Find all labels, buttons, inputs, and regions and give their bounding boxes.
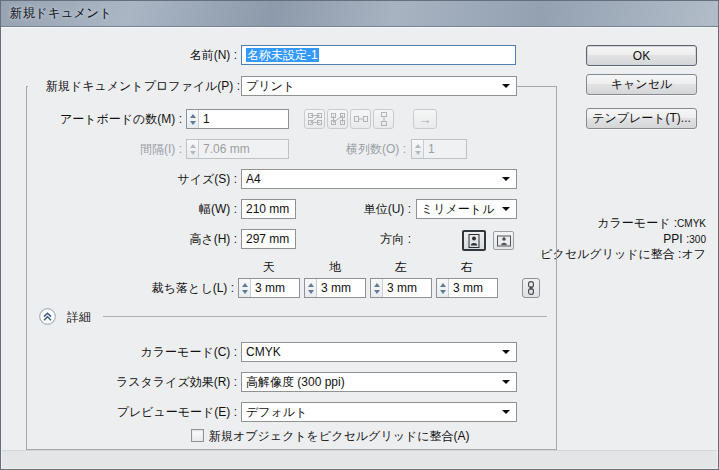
size-dropdown[interactable]: A4 bbox=[241, 169, 517, 189]
arrange-by-row-button[interactable] bbox=[350, 109, 371, 129]
spacing-input: 7.06 mm bbox=[186, 139, 289, 159]
bleed-top-header: 天 bbox=[238, 259, 300, 275]
layout-direction-button[interactable]: → bbox=[413, 109, 437, 129]
preview-mode-value: デフォルト bbox=[242, 404, 307, 421]
height-label: 高さ(H) : bbox=[121, 229, 237, 249]
ok-button[interactable]: OK bbox=[586, 45, 697, 66]
advanced-collapse-button[interactable] bbox=[39, 308, 56, 325]
chevron-down-icon bbox=[502, 350, 510, 354]
bleed-right-input[interactable]: 3 mm bbox=[436, 278, 498, 298]
spinner-down-icon bbox=[190, 151, 196, 155]
bleed-left-header: 左 bbox=[370, 259, 432, 275]
grid-by-column-icon bbox=[331, 113, 345, 125]
spinner-up-icon[interactable] bbox=[374, 283, 380, 287]
spinner[interactable] bbox=[187, 110, 199, 128]
bleed-top-input[interactable]: 3 mm bbox=[238, 278, 300, 298]
spinner-up-icon[interactable] bbox=[190, 114, 196, 118]
chevron-down-icon bbox=[502, 207, 510, 211]
summary-ppi-value: 300 bbox=[689, 234, 706, 245]
template-button[interactable]: テンプレート(T)... bbox=[586, 108, 697, 129]
grid-by-column-button[interactable] bbox=[327, 109, 348, 129]
grid-by-row-button[interactable] bbox=[304, 109, 325, 129]
height-input[interactable]: 297 mm bbox=[241, 229, 296, 249]
spinner-down-icon[interactable] bbox=[374, 290, 380, 294]
spinner-up-icon[interactable] bbox=[308, 283, 314, 287]
bleed-left-value: 3 mm bbox=[383, 281, 417, 295]
summary-pixel-grid: ピクセルグリッドに整合 :オフ bbox=[540, 247, 706, 261]
arrange-by-row-icon bbox=[354, 113, 368, 125]
width-value: 210 mm bbox=[242, 202, 289, 216]
right-arrow-icon: → bbox=[419, 112, 432, 127]
bleed-bottom-value: 3 mm bbox=[317, 281, 351, 295]
spinner-up-icon[interactable] bbox=[440, 283, 446, 287]
preview-mode-label: プレビューモード(E) : bbox=[61, 402, 237, 422]
color-mode-label: カラーモード(C) : bbox=[81, 342, 237, 362]
align-pixel-grid-checkbox[interactable] bbox=[191, 429, 204, 442]
unit-label: 単位(U) : bbox=[341, 199, 411, 219]
advanced-section-label: 詳細 bbox=[67, 307, 107, 327]
profile-label: 新規ドキュメントプロファイル(P) : bbox=[28, 76, 243, 96]
columns-input: 1 bbox=[411, 139, 467, 159]
bleed-bottom-input[interactable]: 3 mm bbox=[304, 278, 366, 298]
chevron-down-icon bbox=[502, 410, 510, 414]
raster-effects-label: ラスタライズ効果(R) : bbox=[61, 372, 237, 392]
height-value: 297 mm bbox=[242, 232, 289, 246]
spinner[interactable] bbox=[437, 279, 449, 297]
spinner[interactable] bbox=[371, 279, 383, 297]
link-chain-icon bbox=[527, 281, 535, 295]
grid-by-row-icon bbox=[308, 113, 322, 125]
summary-pixel-grid-value: オフ bbox=[681, 247, 706, 261]
spinner-down-icon bbox=[415, 151, 421, 155]
spinner[interactable] bbox=[305, 279, 317, 297]
spinner-down-icon[interactable] bbox=[242, 290, 248, 294]
chevron-down-icon bbox=[502, 84, 510, 88]
spinner-down-icon[interactable] bbox=[308, 290, 314, 294]
portrait-orientation-icon bbox=[468, 234, 480, 248]
summary-color-mode: カラーモード :CMYK bbox=[597, 216, 706, 230]
raster-effects-dropdown[interactable]: 高解像度 (300 ppi) bbox=[241, 372, 517, 392]
chevron-down-icon bbox=[502, 380, 510, 384]
name-input[interactable]: 名称未設定-1 bbox=[241, 45, 516, 65]
spinner-down-icon[interactable] bbox=[190, 121, 196, 125]
artboard-count-input[interactable]: 1 bbox=[186, 109, 289, 129]
spinner[interactable] bbox=[239, 279, 251, 297]
orientation-landscape-button[interactable] bbox=[493, 231, 514, 250]
summary-pixel-grid-label: ピクセルグリッドに整合 : bbox=[540, 247, 681, 261]
spinner-up-icon bbox=[190, 144, 196, 148]
chevron-down-icon bbox=[502, 177, 510, 181]
width-input[interactable]: 210 mm bbox=[241, 199, 296, 219]
profile-dropdown[interactable]: プリント bbox=[241, 76, 517, 96]
orientation-portrait-button[interactable] bbox=[462, 230, 486, 251]
name-input-selected-text: 名称未設定-1 bbox=[246, 48, 319, 62]
bleed-link-button[interactable] bbox=[522, 278, 540, 298]
spinner-up-icon[interactable] bbox=[242, 283, 248, 287]
landscape-orientation-icon bbox=[497, 235, 511, 247]
spacing-label: 間隔(I) : bbox=[81, 139, 182, 159]
preview-mode-dropdown[interactable]: デフォルト bbox=[241, 402, 517, 422]
new-document-dialog: 新規ドキュメント 名前(N) : 名称未設定-1 新規ドキュメントプロファイル(… bbox=[0, 0, 719, 470]
size-label: サイズ(S) : bbox=[81, 169, 237, 189]
bleed-top-value: 3 mm bbox=[251, 281, 285, 295]
advanced-separator bbox=[103, 316, 547, 317]
cancel-button[interactable]: キャンセル bbox=[586, 74, 697, 95]
spinner-down-icon[interactable] bbox=[440, 290, 446, 294]
unit-dropdown[interactable]: ミリメートル bbox=[416, 199, 517, 219]
spacing-value: 7.06 mm bbox=[199, 142, 250, 156]
spinner-up-icon bbox=[415, 144, 421, 148]
arrange-by-column-button[interactable] bbox=[373, 109, 394, 129]
columns-label: 横列数(O) : bbox=[331, 139, 406, 159]
bleed-right-value: 3 mm bbox=[449, 281, 483, 295]
color-mode-dropdown[interactable]: CMYK bbox=[241, 342, 517, 362]
bleed-left-input[interactable]: 3 mm bbox=[370, 278, 432, 298]
bleed-right-header: 右 bbox=[436, 259, 498, 275]
artboard-count-label: アートボードの数(M) : bbox=[41, 109, 182, 129]
color-mode-value: CMYK bbox=[242, 345, 281, 359]
title-bar[interactable]: 新規ドキュメント bbox=[1, 1, 718, 27]
footer-strip bbox=[2, 450, 717, 468]
unit-value: ミリメートル bbox=[417, 201, 494, 218]
bleed-bottom-header: 地 bbox=[304, 259, 366, 275]
summary-color-mode-value: CMYK bbox=[677, 218, 706, 229]
bleed-label: 裁ち落とし(L) : bbox=[81, 278, 234, 298]
artboard-count-value: 1 bbox=[199, 112, 210, 126]
size-value: A4 bbox=[242, 172, 261, 186]
